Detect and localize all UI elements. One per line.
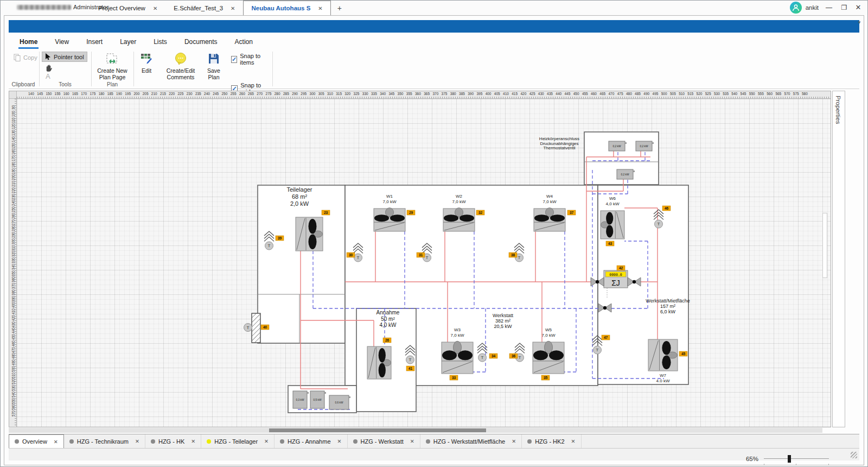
fan-blade: [444, 214, 458, 222]
heat-meter[interactable]: 0000.0ΣJ: [604, 270, 628, 288]
thermostat-sensor-label: T: [247, 325, 250, 330]
tab-close-icon[interactable]: ✕: [188, 438, 195, 444]
page-tab-label: HZG - Werkstatt/Mietfläche: [433, 438, 505, 445]
item-id-tag[interactable]: 43: [606, 241, 614, 246]
item-id-tag[interactable]: 30: [347, 253, 355, 257]
horizontal-scrollbar[interactable]: [9, 428, 822, 433]
tab-close-icon[interactable]: ✕: [50, 439, 58, 445]
radiator[interactable]: 0,6 kW: [329, 395, 350, 409]
tag-number: 37: [570, 211, 574, 214]
item-id-tag[interactable]: 29: [407, 210, 415, 215]
thermostat[interactable]: T: [244, 324, 252, 332]
item-id-tag[interactable]: 34: [489, 354, 497, 358]
menu-tab-insert[interactable]: Insert: [79, 35, 110, 49]
page-tab-hzg-technikraum[interactable]: HZG - Technikraum✕: [64, 434, 145, 448]
item-id-tag[interactable]: 39: [276, 236, 284, 241]
fan-unit[interactable]: [296, 217, 323, 251]
item-id-tag[interactable]: 38: [509, 253, 517, 257]
close-button[interactable]: ✕: [853, 3, 863, 12]
page-tab-overview[interactable]: Overview✕: [9, 434, 64, 448]
new-tab-button[interactable]: +: [331, 1, 348, 15]
tag-number: 35: [544, 376, 548, 380]
item-id-tag[interactable]: 32: [476, 210, 484, 215]
menu-tab-layer[interactable]: Layer: [112, 35, 144, 49]
item-id-tag[interactable]: 47: [602, 335, 610, 340]
zoom-slider-track[interactable]: [764, 458, 829, 459]
page-tab-hzg-hk2[interactable]: HZG - HK2✕: [522, 434, 581, 448]
radiator[interactable]: 0,3 kW: [293, 391, 309, 408]
restore-button[interactable]: ❐: [839, 3, 849, 12]
ruler-label: 305: [318, 92, 324, 96]
text-tool-button[interactable]: A: [46, 72, 50, 80]
menu-tab-action[interactable]: Action: [227, 35, 260, 49]
create-new-plan-page-button[interactable]: Create New Plan Page: [93, 52, 131, 80]
properties-panel-tab[interactable]: Properties: [832, 91, 845, 427]
item-id-tag[interactable]: 26: [383, 338, 391, 343]
zoom-slider-handle[interactable]: [788, 455, 791, 463]
menu-tab-lists[interactable]: Lists: [146, 35, 175, 49]
item-id-tag[interactable]: 31: [417, 253, 425, 257]
item-id-tag[interactable]: 36: [509, 354, 518, 358]
plan-drawing[interactable]: W17,0 kWW27,0 kWW47,0 kWW64,0 kWW37,0 kW…: [17, 99, 831, 427]
item-id-tag[interactable]: 35: [541, 375, 550, 380]
radiator[interactable]: 0,5 kW: [310, 391, 326, 408]
horizontal-scrollbar-thumb[interactable]: [269, 428, 486, 432]
ruler-label: 190: [116, 92, 122, 96]
create-edit-comments-button[interactable]: Create/Edit Comments: [163, 52, 199, 80]
ruler-label: 355: [406, 92, 412, 96]
ruler-label: 235: [195, 92, 201, 96]
ruler-label: 525: [705, 92, 711, 96]
plan-viewport[interactable]: W17,0 kWW27,0 kWW47,0 kWW64,0 kWW37,0 kW…: [17, 99, 831, 427]
minimize-button[interactable]: —: [824, 3, 834, 12]
radiator[interactable]: 0,2 kW: [617, 169, 635, 179]
tab-close-icon[interactable]: ✕: [261, 438, 269, 444]
radiator[interactable]: 0,2 kW: [636, 141, 654, 151]
menu-tab-home[interactable]: Home: [12, 35, 45, 49]
tools-group-label: Tools: [40, 81, 90, 87]
radiator[interactable]: 0,2 kW: [609, 141, 627, 151]
zoom-control: 65%: [746, 455, 829, 463]
document-tab[interactable]: Project Overview✕: [90, 1, 165, 15]
item-id-tag[interactable]: 42: [617, 266, 625, 270]
page-tab-hzg-werkstatt[interactable]: HZG - Werkstatt✕: [348, 434, 420, 448]
account-area[interactable]: ankit: [790, 2, 819, 14]
item-id-tag[interactable]: 41: [406, 366, 414, 371]
edit-button[interactable]: Edit: [135, 52, 158, 74]
zoom-slider[interactable]: [764, 455, 829, 463]
pointer-tool-button[interactable]: Pointer tool: [42, 52, 87, 62]
item-id-tag[interactable]: 45: [679, 351, 687, 356]
tab-close-icon[interactable]: ✕: [132, 438, 139, 444]
window-resize-grip[interactable]: [851, 452, 857, 458]
copy-button[interactable]: Copy: [11, 53, 40, 62]
tab-close-icon[interactable]: ✕: [318, 5, 322, 11]
tab-close-icon[interactable]: ✕: [407, 438, 414, 444]
fan-unit[interactable]: [367, 346, 391, 379]
save-plan-button[interactable]: Save Plan: [202, 52, 226, 80]
item-id-tag[interactable]: 40: [261, 325, 269, 330]
document-tab[interactable]: E.Schäfer_Test_3✕: [165, 1, 243, 15]
avatar[interactable]: [790, 2, 802, 14]
page-tab-hzg-werkstatt-mietfl-che[interactable]: HZG - Werkstatt/Mietfläche✕: [420, 434, 522, 448]
menu-tab-documents[interactable]: Documents: [177, 35, 225, 49]
item-id-tag[interactable]: 33: [450, 375, 458, 380]
tab-close-icon[interactable]: ✕: [153, 5, 157, 11]
item-id-tag[interactable]: 46: [662, 206, 671, 211]
tab-close-icon[interactable]: ✕: [508, 438, 516, 444]
ruler-label: 345: [388, 92, 394, 96]
snap-checkbox-row[interactable]: ✓Snap to items: [231, 53, 270, 66]
menu-tab-view[interactable]: View: [47, 35, 76, 49]
item-id-tag[interactable]: 23: [322, 210, 330, 215]
tab-close-icon[interactable]: ✕: [334, 438, 342, 444]
document-tab[interactable]: Neubau Autohaus S✕: [243, 1, 330, 15]
page-tab-hzg-teilelager[interactable]: HZG - Teilelager✕: [201, 434, 275, 448]
page-tab-hzg-annahme[interactable]: HZG - Annahme✕: [275, 434, 347, 448]
page-tab-hzg-hk[interactable]: HZG - HK✕: [145, 434, 201, 448]
page-status-dot-yellow: [207, 439, 211, 444]
vertical-scrollbar-thumb[interactable]: [822, 213, 827, 278]
item-id-tag[interactable]: 37: [567, 210, 576, 215]
tab-close-icon[interactable]: ✕: [231, 5, 235, 11]
tab-list-dropdown-icon[interactable]: ▼: [857, 20, 861, 25]
document-tab-label: Project Overview: [98, 5, 145, 11]
tab-close-icon[interactable]: ✕: [568, 438, 576, 444]
checkbox[interactable]: ✓: [231, 56, 237, 63]
